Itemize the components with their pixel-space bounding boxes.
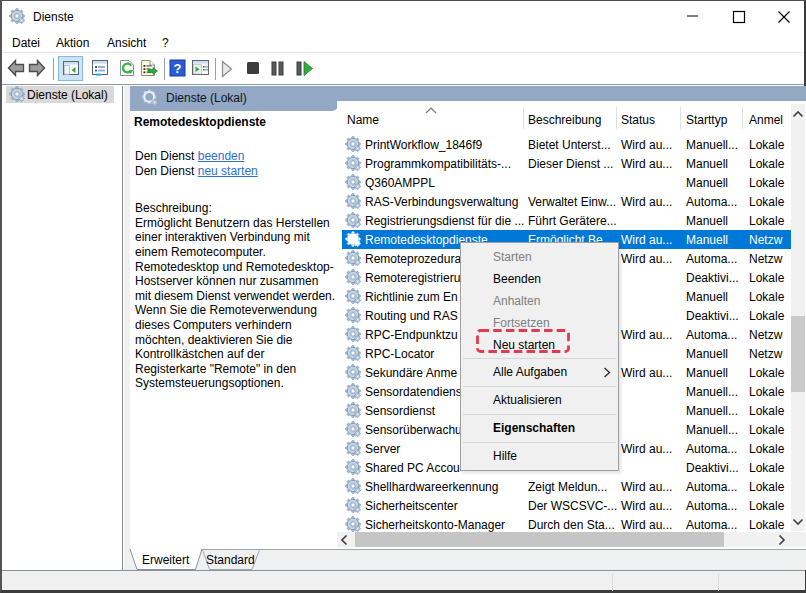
svg-text:?: ?: [174, 61, 182, 76]
